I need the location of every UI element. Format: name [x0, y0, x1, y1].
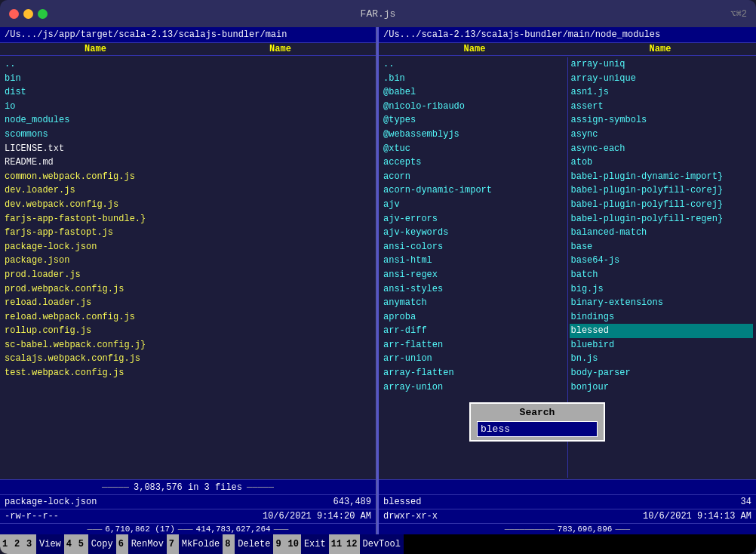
right-file-item[interactable]: array-flatten: [382, 366, 566, 380]
fn-key-1[interactable]: 1: [0, 534, 12, 554]
left-file-item[interactable]: package.json: [3, 254, 373, 268]
right-file-item[interactable]: blessed: [570, 324, 754, 338]
right-file-item[interactable]: async-each: [570, 142, 754, 156]
right-file-item[interactable]: acorn-dynamic-import: [382, 183, 566, 198]
right-info-bar: blessed 34: [379, 494, 756, 509]
right-file-item[interactable]: body-parser: [570, 366, 754, 380]
right-file-item[interactable]: bindings: [570, 310, 754, 325]
fn-key-12[interactable]: 12DevTool: [344, 534, 404, 554]
right-file-item[interactable]: @types: [382, 113, 566, 128]
left-file-item[interactable]: bin: [3, 72, 373, 86]
left-file-item[interactable]: scommons: [3, 128, 373, 142]
left-file-item[interactable]: sc-babel.webpack.config.j}: [3, 338, 373, 352]
right-file-item[interactable]: big.js: [570, 282, 754, 297]
right-file-item[interactable]: array-unique: [570, 72, 754, 86]
right-file-item[interactable]: @webassemblyjs: [382, 128, 566, 142]
right-file-item[interactable]: base64-js: [570, 254, 754, 268]
left-file-item[interactable]: dev.loader.js: [3, 183, 373, 198]
right-file-item[interactable]: atob: [570, 155, 754, 170]
left-file-item[interactable]: node_modules: [3, 113, 373, 128]
fn-key-7[interactable]: 7MkFolde: [167, 534, 223, 554]
close-button[interactable]: [9, 9, 19, 19]
left-file-item[interactable]: io: [3, 100, 373, 114]
right-file-item[interactable]: ..: [382, 57, 566, 72]
right-file-item[interactable]: accepts: [382, 155, 566, 170]
left-file-item[interactable]: dev.webpack.config.js: [3, 198, 373, 212]
fn-label-12: DevTool: [360, 534, 404, 554]
left-file-item[interactable]: reload.loader.js: [3, 296, 373, 310]
left-drive-free: 414,783,627,264: [196, 525, 271, 534]
fn-key-11[interactable]: 11: [329, 534, 344, 554]
left-file-item[interactable]: test.webpack.config.js: [3, 366, 373, 380]
left-file-item[interactable]: farjs-app-fastopt-bundle.}: [3, 212, 373, 226]
right-file-item[interactable]: assign-symbols: [570, 113, 754, 128]
right-file-item[interactable]: @nicolo-ribaudo: [382, 100, 566, 114]
maximize-button[interactable]: [38, 9, 48, 19]
left-file-item[interactable]: farjs-app-fastopt.js: [3, 226, 373, 240]
right-file-item[interactable]: babel-plugin-polyfill-corej}: [570, 198, 754, 212]
right-col-headers: Name Name: [379, 43, 756, 56]
left-file-item[interactable]: dist: [3, 85, 373, 100]
right-info-bar2: drwxr-xr-x 10/6/2021 9:14:13 AM: [379, 509, 756, 523]
left-file-item[interactable]: ..: [3, 57, 373, 72]
right-file-item[interactable]: array-union: [382, 380, 566, 395]
left-file-item[interactable]: package-lock.json: [3, 240, 373, 254]
fn-num-9: 9: [273, 534, 285, 554]
left-file-item[interactable]: common.webpack.config.js: [3, 170, 373, 184]
right-file-item[interactable]: babel-plugin-dynamic-import}: [570, 170, 754, 184]
right-file-item[interactable]: acorn: [382, 170, 566, 184]
fn-key-2[interactable]: 2: [12, 534, 24, 554]
left-file-item[interactable]: prod.webpack.config.js: [3, 282, 373, 297]
left-file-item[interactable]: LICENSE.txt: [3, 142, 373, 156]
right-file-item[interactable]: ajv: [382, 198, 566, 212]
right-file-item[interactable]: .bin: [382, 72, 566, 86]
right-file-item[interactable]: anymatch: [382, 296, 566, 310]
fn-num-1: 1: [0, 534, 12, 554]
right-file-item[interactable]: ansi-colors: [382, 240, 566, 254]
right-file-item[interactable]: assert: [570, 100, 754, 114]
fn-num-2: 2: [12, 534, 24, 554]
left-file-item[interactable]: prod.loader.js: [3, 268, 373, 282]
right-file-item[interactable]: ansi-regex: [382, 268, 566, 282]
fn-key-5[interactable]: 5Copy: [76, 534, 116, 554]
left-status: ————— 3,083,576 in 3 files —————: [0, 479, 376, 494]
right-file-item[interactable]: bluebird: [570, 338, 754, 352]
right-file-item[interactable]: ansi-html: [382, 254, 566, 268]
right-file-item[interactable]: arr-diff: [382, 324, 566, 338]
right-file-item[interactable]: babel-plugin-polyfill-regen}: [570, 212, 754, 226]
fn-key-10[interactable]: 10Exit: [285, 534, 328, 554]
right-status: [379, 479, 756, 494]
fn-key-9[interactable]: 9: [273, 534, 285, 554]
right-file-item[interactable]: balanced-match: [570, 226, 754, 240]
fn-key-4[interactable]: 4: [64, 534, 76, 554]
minimize-button[interactable]: [23, 9, 33, 19]
right-file-item[interactable]: aproba: [382, 310, 566, 325]
right-file-item[interactable]: batch: [570, 268, 754, 282]
right-file-item[interactable]: arr-flatten: [382, 338, 566, 352]
left-status-text: 3,083,576 in 3 files: [134, 482, 242, 493]
fn-key-8[interactable]: 8Delete: [223, 534, 273, 554]
left-file-item[interactable]: reload.webpack.config.js: [3, 310, 373, 325]
right-file-item[interactable]: bn.js: [570, 352, 754, 366]
left-file-item[interactable]: README.md: [3, 155, 373, 170]
right-file-item[interactable]: ajv-keywords: [382, 226, 566, 240]
left-file-item[interactable]: scalajs.webpack.config.js: [3, 352, 373, 366]
right-file-item[interactable]: array-uniq: [570, 57, 754, 72]
right-file-item[interactable]: async: [570, 128, 754, 142]
right-file-item[interactable]: bonjour: [570, 380, 754, 395]
right-file-item[interactable]: @xtuc: [382, 142, 566, 156]
right-file-item[interactable]: ansi-styles: [382, 282, 566, 297]
search-input[interactable]: [477, 421, 598, 437]
fn-key-3[interactable]: 3View: [24, 534, 64, 554]
title-bar: FAR.js ⌥⌘2: [0, 0, 756, 27]
right-file-item[interactable]: @babel: [382, 85, 566, 100]
right-file-item[interactable]: ajv-errors: [382, 212, 566, 226]
fn-label-10: Exit: [301, 534, 329, 554]
right-file-item[interactable]: asn1.js: [570, 85, 754, 100]
right-file-item[interactable]: base: [570, 240, 754, 254]
right-file-item[interactable]: arr-union: [382, 352, 566, 366]
left-file-item[interactable]: rollup.config.js: [3, 324, 373, 338]
fn-key-6[interactable]: 6RenMov: [116, 534, 167, 554]
right-file-item[interactable]: babel-plugin-polyfill-corej}: [570, 183, 754, 198]
right-file-item[interactable]: binary-extensions: [570, 296, 754, 310]
